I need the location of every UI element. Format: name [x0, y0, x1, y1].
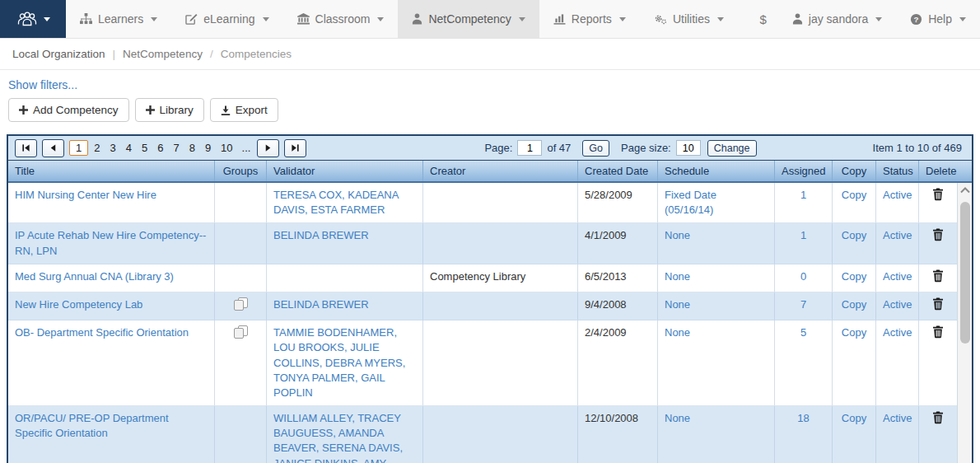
user-name: jay sandora	[809, 12, 868, 26]
change-button[interactable]: Change	[707, 140, 757, 157]
gears-icon	[654, 13, 667, 25]
delete-trash-icon[interactable]	[932, 228, 944, 241]
copy-link[interactable]: Copy	[842, 189, 866, 201]
assigned-count-link[interactable]: 5	[800, 326, 806, 339]
competency-title-link[interactable]: HIM Nursing Center New Hire	[15, 189, 156, 201]
nav-item-user-menu[interactable]: jay sandora	[778, 0, 896, 38]
schedule-link[interactable]: None	[665, 326, 690, 339]
column-header-status[interactable]: Status	[876, 161, 919, 181]
validator-link[interactable]: TAMMIE BODENHAMER, LOU BROOKS, JULIE COL…	[273, 326, 405, 399]
delete-trash-icon[interactable]	[932, 188, 944, 201]
delete-trash-icon[interactable]	[932, 325, 944, 339]
schedule-link[interactable]: None	[665, 270, 690, 283]
copy-link[interactable]: Copy	[842, 270, 866, 283]
assigned-count-link[interactable]: 1	[800, 189, 806, 201]
competency-title-link[interactable]: Med Surg Annual CNA (Library 3)	[15, 270, 174, 283]
nav-item-learners[interactable]: Learners	[66, 0, 171, 38]
delete-trash-icon[interactable]	[932, 297, 944, 311]
breadcrumb-section[interactable]: NetCompetency	[123, 48, 203, 60]
library-button[interactable]: Library	[135, 98, 204, 122]
nav-item-netcompetency[interactable]: NetCompetency	[398, 0, 539, 38]
column-header-delete[interactable]: Delete	[919, 161, 957, 181]
nav-item-reports[interactable]: Reports	[539, 0, 640, 38]
copy-link[interactable]: Copy	[842, 412, 866, 424]
competency-title-link[interactable]: New Hire Competency Lab	[15, 298, 142, 311]
scroll-up-icon[interactable]	[960, 183, 970, 195]
add-competency-label: Add Competency	[33, 104, 119, 116]
breadcrumb-organization: Local Organization	[12, 48, 105, 60]
page-size-input[interactable]	[676, 140, 701, 156]
schedule-link[interactable]: Fixed Date (05/16/14)	[665, 189, 716, 216]
validator-link[interactable]: WILLIAM ALLEY, TRACEY BAUGUESS, AMANDA B…	[273, 412, 403, 463]
column-header-title[interactable]: Title	[8, 161, 215, 181]
page-number[interactable]: 9	[201, 141, 215, 155]
copy-link[interactable]: Copy	[842, 298, 866, 311]
column-header-assigned[interactable]: Assigned	[775, 161, 833, 181]
table-row: New Hire Competency Lab BELINDA BREWER 9…	[8, 292, 957, 320]
column-header-validator[interactable]: Validator	[267, 161, 423, 181]
status-link[interactable]: Active	[883, 326, 912, 339]
page-number[interactable]: 6	[153, 141, 167, 155]
add-competency-button[interactable]: Add Competency	[8, 98, 129, 122]
brand-logo[interactable]	[0, 0, 66, 38]
table-body: HIM Nursing Center New Hire TERESA COX, …	[8, 183, 972, 463]
competency-title-link[interactable]: OR/PACU/ PRE-OP Department Specific Orie…	[15, 412, 169, 439]
page-number[interactable]: 3	[105, 141, 119, 155]
prev-page-button[interactable]	[42, 139, 64, 157]
schedule-link[interactable]: None	[665, 229, 690, 241]
page-input[interactable]	[517, 140, 542, 156]
assigned-count-link[interactable]: 18	[797, 412, 809, 424]
column-header-created-date[interactable]: Created Date	[578, 161, 658, 181]
delete-trash-icon[interactable]	[932, 411, 944, 424]
assigned-count-link[interactable]: 7	[800, 298, 806, 311]
page-number[interactable]: 7	[169, 141, 183, 155]
competency-title-link[interactable]: OB- Department Specific Orientation	[15, 326, 189, 339]
page-number[interactable]: 2	[90, 141, 104, 155]
created-date: 9/4/2008	[585, 298, 627, 311]
nav-item-help[interactable]: ? Help	[896, 0, 980, 38]
validator-link[interactable]: BELINDA BREWER	[273, 229, 369, 241]
validator-link[interactable]: TERESA COX, KADEANA DAVIS, ESTA FARMER	[273, 189, 399, 216]
nav-label: Help	[928, 12, 952, 26]
chevron-down-icon	[959, 17, 966, 21]
copy-link[interactable]: Copy	[842, 229, 866, 241]
competencies-table: 1 2 3 4 5 6 7 8 9 10 ... Page: of 47 Go …	[7, 134, 973, 463]
vertical-scrollbar[interactable]	[957, 183, 972, 463]
competency-title-link[interactable]: IP Acute Rehab New Hire Competency--RN, …	[15, 229, 206, 256]
last-page-button[interactable]	[284, 139, 306, 157]
first-page-button[interactable]	[15, 139, 37, 157]
scrollbar-thumb[interactable]	[960, 202, 970, 344]
nav-label: Learners	[98, 12, 143, 26]
page-number-current[interactable]: 1	[69, 140, 88, 156]
status-link[interactable]: Active	[883, 270, 912, 283]
next-page-button[interactable]	[257, 139, 279, 157]
column-header-schedule[interactable]: Schedule	[658, 161, 775, 181]
status-link[interactable]: Active	[883, 189, 912, 201]
status-link[interactable]: Active	[883, 229, 912, 241]
assigned-count-link[interactable]: 0	[800, 270, 806, 283]
column-header-creator[interactable]: Creator	[423, 161, 578, 181]
go-button[interactable]: Go	[582, 140, 609, 157]
status-link[interactable]: Active	[883, 412, 912, 424]
schedule-link[interactable]: None	[665, 412, 690, 424]
breadcrumb: Local Organization | NetCompetency / Com…	[0, 39, 980, 70]
nav-item-classroom[interactable]: Classroom	[283, 0, 399, 38]
schedule-link[interactable]: None	[665, 298, 690, 311]
page-number[interactable]: 10	[217, 141, 236, 155]
nav-item-billing[interactable]: $	[748, 0, 777, 38]
nav-item-elearning[interactable]: eLearning	[171, 0, 282, 38]
page-number[interactable]: 5	[138, 141, 152, 155]
column-header-groups[interactable]: Groups	[215, 161, 267, 181]
export-button[interactable]: Export	[210, 98, 278, 122]
status-link[interactable]: Active	[883, 298, 912, 311]
show-filters-link[interactable]: Show filters...	[8, 78, 77, 91]
page-number[interactable]: 8	[185, 141, 199, 155]
assigned-count-link[interactable]: 1	[800, 229, 806, 241]
nav-item-utilities[interactable]: Utilities	[640, 0, 738, 38]
column-header-copy[interactable]: Copy	[833, 161, 876, 181]
page-number[interactable]: 4	[122, 141, 136, 155]
delete-trash-icon[interactable]	[932, 269, 944, 283]
copy-link[interactable]: Copy	[842, 326, 866, 339]
created-date: 2/4/2009	[585, 326, 627, 339]
validator-link[interactable]: BELINDA BREWER	[273, 298, 369, 311]
